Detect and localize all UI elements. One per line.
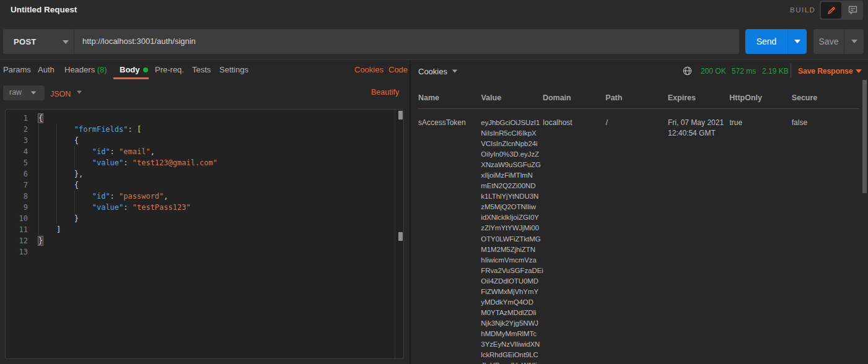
response-status: 200 OK [701,67,726,76]
request-title: Untitled Request [11,5,77,14]
comment-icon [848,6,857,15]
request-pane: Params Auth Headers (8) Body Pre-req. Te… [0,60,410,364]
method-label: POST [14,37,37,46]
line-number: 5 [6,157,28,168]
line-number: 8 [6,191,28,202]
tab-body[interactable]: Body [120,60,148,79]
save-response-button[interactable]: Save Response [798,67,853,76]
column-header-path: Path [605,84,667,108]
cookie-httponly: true [729,118,791,364]
code-line: "id": "password", [38,191,393,202]
column-header-expires: Expires [668,84,729,108]
code-line: "formFields": [ [38,124,393,135]
chevron-down-icon [856,69,862,73]
chevron-down-icon [794,40,800,43]
response-header: Cookies 200 OK 572 ms 2.19 KB Save Respo… [411,60,868,84]
column-header-httponly: HttpOnly [729,84,791,108]
chevron-down-icon [851,40,857,43]
tab-headers[interactable]: Headers (8) [64,60,107,79]
line-number: 2 [6,124,28,135]
network-globe-icon[interactable] [683,66,692,76]
indent-guide [74,146,75,168]
code-line: } [38,213,393,224]
code-line: { [38,135,393,146]
cookies-link[interactable]: Cookies [354,60,384,79]
meta-divider [791,64,791,77]
code-line: "id": "email", [38,146,393,157]
line-number: 3 [6,135,28,146]
cookie-path: / [606,118,668,364]
cookie-domain: localhost [543,118,605,364]
column-header-name: Name [418,84,481,108]
send-button[interactable]: Send [745,29,788,54]
cookie-expires: Fri, 07 May 2021 12:40:54 GMT [668,118,729,364]
cookie-secure: false [792,118,859,364]
comment-mode-button[interactable] [843,2,863,19]
body-editor[interactable]: 12345678910111213 { "formFields": [ { "i… [5,109,404,359]
request-tabs: Params Auth Headers (8) Body Pre-req. Te… [0,60,410,84]
chevron-down-icon [63,40,69,44]
column-header-domain: Domain [543,84,605,108]
scrollbar-thumb[interactable] [862,80,867,193]
line-number: 1 [6,113,28,124]
line-number: 7 [6,180,28,191]
indent-guide [56,124,57,224]
save-options-button[interactable] [844,29,864,54]
code-line [38,246,393,258]
line-number: 13 [6,246,28,258]
cookies-table: Name Value Domain Path Expires HttpOnly … [418,84,859,364]
beautify-button[interactable]: Beautify [371,88,399,97]
body-toolbar: raw JSON Beautify [0,84,410,105]
method-select[interactable]: POST [3,29,74,54]
send-options-button[interactable] [788,29,807,54]
body-mode-select[interactable]: raw [3,85,45,100]
code-line: }, [38,168,393,180]
chevron-down-icon [31,91,37,94]
tab-tests[interactable]: Tests [192,60,211,79]
build-label: BUILD [790,6,815,14]
save-button-group: Save [813,29,864,54]
view-mode-switch [820,1,863,20]
line-number: 9 [6,202,28,213]
tab-pre-request[interactable]: Pre-req. [155,60,184,79]
headers-count-badge: (8) [97,65,107,74]
tab-settings[interactable]: Settings [219,60,248,79]
line-number: 11 [6,224,28,235]
save-button[interactable]: Save [813,29,844,54]
line-number: 6 [6,168,28,180]
line-number: 10 [6,213,28,224]
code-line: "value": "test123@gmail.com" [38,157,393,168]
active-tab-underline [113,77,149,79]
chevron-down-icon [77,90,82,93]
editor-code: { "formFields": [ { "id": "email", "valu… [38,113,393,258]
send-button-group: Send [745,29,807,54]
url-builder: POST http://localhost:3001/auth/signin [3,29,739,54]
code-line: { [38,113,393,124]
response-time: 572 ms [732,67,756,76]
code-link[interactable]: Code [388,60,408,79]
cookie-value: eyJhbGciOiJSUzI1 NiIsInR5cCI6IkpX VCIsIn… [481,118,543,364]
bracket-annotation-mark [398,232,403,241]
editor-gutter: 12345678910111213 [6,113,28,258]
column-header-value: Value [481,84,542,108]
code-line: { [38,180,393,191]
code-line: } [38,235,393,246]
indent-guide [38,124,39,235]
cookie-row: sAccessToken eyJhbGciOiJSUzI1 NiIsInR5cC… [418,109,859,364]
language-select[interactable]: JSON [50,88,71,99]
line-number: 12 [6,235,28,246]
edit-mode-button[interactable] [821,2,841,19]
code-line: ] [38,224,393,235]
indent-guide [74,191,75,213]
tab-auth[interactable]: Auth [38,60,55,79]
url-input[interactable]: http://localhost:3001/auth/signin [74,29,739,54]
response-pane: Cookies 200 OK 572 ms 2.19 KB Save Respo… [411,60,868,364]
tab-params[interactable]: Params [3,60,31,79]
cookie-name: sAccessToken [418,118,481,364]
body-modified-dot [143,67,148,72]
bracket-annotation-mark [398,111,403,119]
editor-annotation-track [395,110,395,358]
line-number: 4 [6,146,28,157]
pencil-icon [826,6,836,15]
response-size: 2.19 KB [762,67,789,76]
